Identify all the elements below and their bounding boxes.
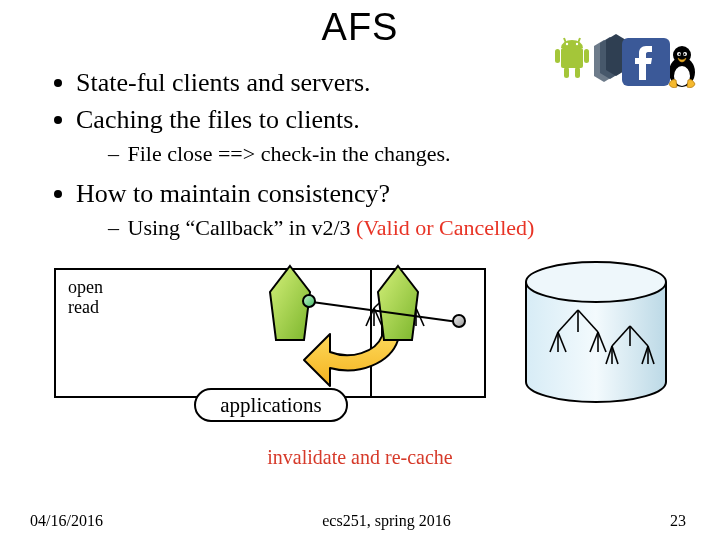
svg-line-5 bbox=[564, 38, 566, 43]
svg-point-8 bbox=[576, 43, 578, 45]
svg-point-19 bbox=[684, 53, 686, 55]
node-connector bbox=[308, 296, 468, 336]
svg-line-6 bbox=[578, 38, 580, 43]
applications-label: applications bbox=[194, 388, 348, 422]
footer-page: 23 bbox=[670, 512, 686, 530]
diagram: open read bbox=[44, 254, 704, 440]
svg-point-32 bbox=[526, 262, 666, 302]
bullet-2: Caching the files to clients. bbox=[54, 102, 696, 137]
bullet-2-text: Caching the files to clients. bbox=[76, 102, 360, 137]
open-label: open bbox=[68, 277, 103, 297]
dash-icon: – bbox=[108, 213, 122, 244]
svg-point-18 bbox=[679, 53, 681, 55]
svg-line-31 bbox=[312, 302, 458, 322]
bullet-3-sub-red: (Valid or Cancelled) bbox=[356, 215, 534, 240]
server-stack-icon bbox=[588, 34, 626, 86]
svg-rect-1 bbox=[555, 49, 560, 63]
bullet-3-sub: – Using “Callback” in v2/3 (Valid or Can… bbox=[108, 213, 696, 244]
client-node-icon bbox=[302, 294, 316, 308]
svg-rect-0 bbox=[561, 48, 583, 68]
logo-cluster bbox=[550, 34, 702, 86]
bullet-3: How to maintain consistency? bbox=[54, 176, 696, 211]
bullet-2-sub-text: File close ==> check-in the changes. bbox=[128, 141, 451, 166]
storage-cylinder-icon bbox=[516, 260, 676, 400]
bullet-1-text: State-ful clients and servers. bbox=[76, 65, 371, 100]
open-read-label: open read bbox=[68, 278, 103, 318]
dash-icon: – bbox=[108, 139, 122, 170]
bullet-list: State-ful clients and servers. Caching t… bbox=[54, 65, 696, 244]
footer-date: 04/16/2016 bbox=[30, 512, 103, 530]
facebook-icon bbox=[622, 38, 670, 86]
footer-course: ecs251, spring 2016 bbox=[103, 512, 670, 530]
server-node-icon bbox=[452, 314, 466, 328]
bullet-dot-icon bbox=[54, 190, 62, 198]
footer: 04/16/2016 ecs251, spring 2016 23 bbox=[0, 512, 720, 530]
bullet-3-sub-text: Using “Callback” in v2/3 bbox=[128, 215, 357, 240]
invalidate-caption: invalidate and re-cache bbox=[24, 446, 696, 469]
svg-point-7 bbox=[566, 43, 568, 45]
read-label: read bbox=[68, 297, 99, 317]
svg-rect-3 bbox=[564, 67, 569, 78]
bullet-dot-icon bbox=[54, 79, 62, 87]
bullet-2-sub: – File close ==> check-in the changes. bbox=[108, 139, 696, 170]
bullet-dot-icon bbox=[54, 116, 62, 124]
svg-rect-4 bbox=[575, 67, 580, 78]
bullet-3-text: How to maintain consistency? bbox=[76, 176, 390, 211]
